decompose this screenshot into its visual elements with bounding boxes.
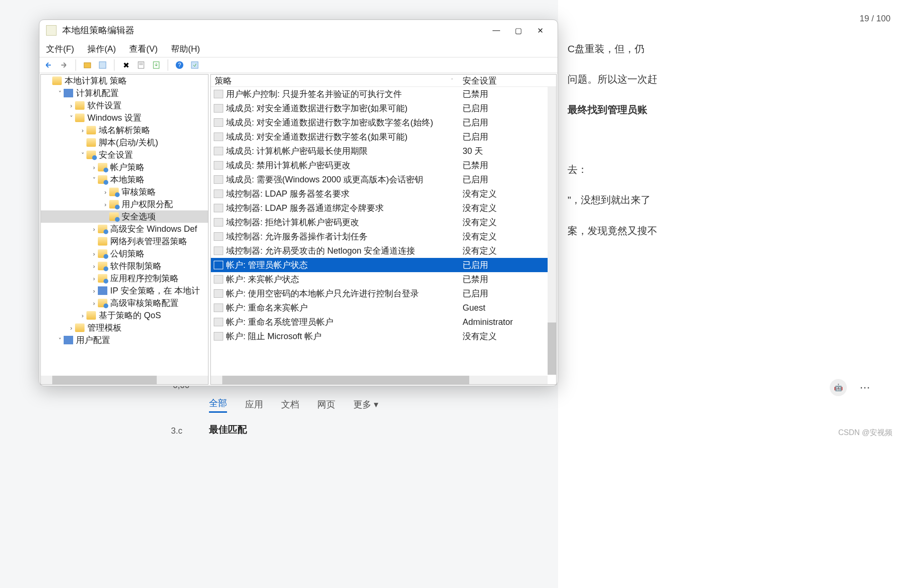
expand-icon[interactable]: › bbox=[90, 275, 98, 282]
refresh-button[interactable] bbox=[189, 59, 200, 71]
more-button[interactable]: ⋯ bbox=[856, 379, 873, 396]
policy-row[interactable]: 域控制器: 允许易受攻击的 Netlogon 安全通道连接没有定义 bbox=[211, 244, 556, 258]
folder-sec-icon bbox=[98, 225, 107, 233]
menu-view[interactable]: 查看(V) bbox=[129, 43, 158, 55]
expand-icon[interactable]: › bbox=[90, 164, 98, 171]
tree-item[interactable]: ˅Windows 设置 bbox=[41, 112, 208, 124]
expand-icon[interactable]: › bbox=[79, 312, 86, 319]
titlebar[interactable]: 本地组策略编辑器 — ▢ ✕ bbox=[39, 20, 558, 41]
list-button[interactable] bbox=[97, 59, 108, 71]
tree-item[interactable]: ›高级审核策略配置 bbox=[41, 297, 208, 309]
tree-item[interactable]: ˅计算机配置 bbox=[41, 87, 208, 99]
policy-row[interactable]: 域成员: 需要强(Windows 2000 或更高版本)会话密钥已启用 bbox=[211, 172, 556, 187]
expand-icon[interactable]: ˅ bbox=[56, 337, 64, 344]
expand-icon[interactable]: › bbox=[90, 287, 98, 294]
expand-icon[interactable]: › bbox=[90, 300, 98, 307]
properties-button[interactable] bbox=[135, 59, 147, 71]
assistant-button[interactable]: 🤖 bbox=[830, 379, 847, 396]
back-button[interactable] bbox=[43, 59, 55, 71]
help-button[interactable]: ? bbox=[174, 59, 185, 71]
tree-item[interactable]: 安全选项 bbox=[41, 210, 208, 223]
tree-item[interactable]: ˅安全设置 bbox=[41, 149, 208, 161]
tree-item[interactable]: ›IP 安全策略，在 本地计 bbox=[41, 285, 208, 297]
svg-text:?: ? bbox=[178, 62, 181, 68]
tree-hscrollbar[interactable] bbox=[41, 376, 208, 384]
tree-item[interactable]: 脚本(启动/关机) bbox=[41, 136, 208, 149]
minimize-button[interactable]: — bbox=[485, 22, 507, 38]
tab-more[interactable]: 更多 ▾ bbox=[353, 398, 379, 411]
menu-help[interactable]: 帮助(H) bbox=[171, 43, 200, 55]
policy-name: 域成员: 对安全通道数据进行数字签名(如果可能) bbox=[226, 131, 461, 142]
policy-row[interactable]: 域成员: 对安全通道数据进行数字加密(如果可能)已启用 bbox=[211, 101, 556, 115]
policy-row[interactable]: 域成员: 禁用计算机帐户密码更改已禁用 bbox=[211, 158, 556, 172]
policy-row[interactable]: 域成员: 对安全通道数据进行数字签名(如果可能)已启用 bbox=[211, 130, 556, 144]
expand-icon[interactable]: › bbox=[102, 201, 109, 208]
policy-row[interactable]: 域控制器: LDAP 服务器通道绑定令牌要求没有定义 bbox=[211, 201, 556, 215]
tree-label: 软件限制策略 bbox=[110, 260, 161, 272]
tree-item[interactable]: ›软件设置 bbox=[41, 99, 208, 112]
tree-item[interactable]: 网络列表管理器策略 bbox=[41, 235, 208, 247]
list-vscrollbar[interactable] bbox=[548, 87, 556, 375]
tree-item[interactable]: ›帐户策略 bbox=[41, 161, 208, 173]
policy-row[interactable]: 域控制器: 拒绝计算机帐户密码更改没有定义 bbox=[211, 215, 556, 229]
expand-icon[interactable]: ˅ bbox=[67, 114, 75, 122]
menubar: 文件(F) 操作(A) 查看(V) 帮助(H) bbox=[39, 41, 558, 57]
tab-all[interactable]: 全部 bbox=[209, 397, 227, 413]
tree-item[interactable]: ›软件限制策略 bbox=[41, 260, 208, 272]
expand-icon[interactable]: › bbox=[90, 250, 98, 257]
expand-icon[interactable]: › bbox=[67, 324, 75, 332]
maximize-button[interactable]: ▢ bbox=[507, 22, 529, 38]
policy-row[interactable]: 用户帐户控制: 只提升签名并验证的可执行文件已禁用 bbox=[211, 87, 556, 101]
tab-web[interactable]: 网页 bbox=[317, 398, 335, 411]
export-button[interactable] bbox=[151, 59, 162, 71]
tree-item[interactable]: ›基于策略的 QoS bbox=[41, 309, 208, 322]
tree-pane[interactable]: 本地计算机 策略˅计算机配置›软件设置˅Windows 设置›域名解析策略脚本(… bbox=[40, 74, 208, 385]
policy-row[interactable]: 帐户: 管理员帐户状态已启用 bbox=[211, 258, 556, 272]
policy-row[interactable]: 帐户: 使用空密码的本地帐户只允许进行控制台登录已启用 bbox=[211, 286, 556, 301]
expand-icon[interactable]: › bbox=[67, 102, 75, 109]
tree-label: IP 安全策略，在 本地计 bbox=[110, 285, 200, 296]
tree-item[interactable]: ›审核策略 bbox=[41, 186, 208, 198]
tab-docs[interactable]: 文档 bbox=[281, 398, 299, 411]
expand-icon[interactable]: › bbox=[90, 226, 98, 233]
policy-row[interactable]: 帐户: 重命名系统管理员帐户Administrator bbox=[211, 315, 556, 329]
policy-row[interactable]: 域成员: 计算机帐户密码最长使用期限30 天 bbox=[211, 144, 556, 158]
expand-icon[interactable]: › bbox=[102, 189, 109, 196]
folder-sec-icon bbox=[109, 200, 119, 209]
expand-icon[interactable]: › bbox=[90, 263, 98, 270]
col-policy[interactable]: 策略 bbox=[211, 75, 451, 86]
col-setting[interactable]: 安全设置 bbox=[461, 75, 556, 86]
policy-setting: 没有定义 bbox=[461, 188, 556, 199]
list-pane[interactable]: 策略 ˆ 安全设置 用户帐户控制: 只提升签名并验证的可执行文件已禁用域成员: … bbox=[210, 74, 557, 385]
tree-item[interactable]: ›高级安全 Windows Def bbox=[41, 223, 208, 235]
policy-icon bbox=[214, 332, 223, 341]
tree-item[interactable]: ›管理模板 bbox=[41, 322, 208, 334]
list-hscrollbar[interactable] bbox=[211, 376, 548, 384]
policy-row[interactable]: 帐户: 来宾帐户状态已禁用 bbox=[211, 272, 556, 286]
expand-icon[interactable]: › bbox=[79, 127, 86, 134]
menu-file[interactable]: 文件(F) bbox=[46, 43, 74, 55]
tab-apps[interactable]: 应用 bbox=[245, 398, 263, 411]
delete-button[interactable]: ✖ bbox=[120, 59, 132, 71]
menu-action[interactable]: 操作(A) bbox=[87, 43, 116, 55]
tree-item[interactable]: ›应用程序控制策略 bbox=[41, 272, 208, 285]
list-header[interactable]: 策略 ˆ 安全设置 bbox=[211, 75, 556, 87]
policy-row[interactable]: 帐户: 阻止 Microsoft 帐户没有定义 bbox=[211, 329, 556, 343]
expand-icon[interactable]: ˅ bbox=[79, 152, 86, 159]
tree-item[interactable]: 本地计算机 策略 bbox=[41, 75, 208, 87]
policy-row[interactable]: 域控制器: 允许服务器操作者计划任务没有定义 bbox=[211, 229, 556, 244]
policy-row[interactable]: 域成员: 对安全通道数据进行数字加密或数字签名(始终)已启用 bbox=[211, 115, 556, 130]
close-button[interactable]: ✕ bbox=[529, 22, 551, 38]
up-button[interactable] bbox=[82, 59, 93, 71]
tree-item[interactable]: ˅用户配置 bbox=[41, 334, 208, 346]
tree-item[interactable]: ›用户权限分配 bbox=[41, 198, 208, 210]
window-title: 本地组策略编辑器 bbox=[62, 24, 485, 37]
tree-item[interactable]: ›域名解析策略 bbox=[41, 124, 208, 136]
tree-item[interactable]: ›公钥策略 bbox=[41, 247, 208, 260]
policy-row[interactable]: 帐户: 重命名来宾帐户Guest bbox=[211, 301, 556, 315]
forward-button[interactable] bbox=[58, 59, 70, 71]
tree-item[interactable]: ˅本地策略 bbox=[41, 173, 208, 186]
expand-icon[interactable]: ˅ bbox=[56, 90, 64, 97]
expand-icon[interactable]: ˅ bbox=[90, 176, 98, 183]
policy-row[interactable]: 域控制器: LDAP 服务器签名要求没有定义 bbox=[211, 187, 556, 201]
